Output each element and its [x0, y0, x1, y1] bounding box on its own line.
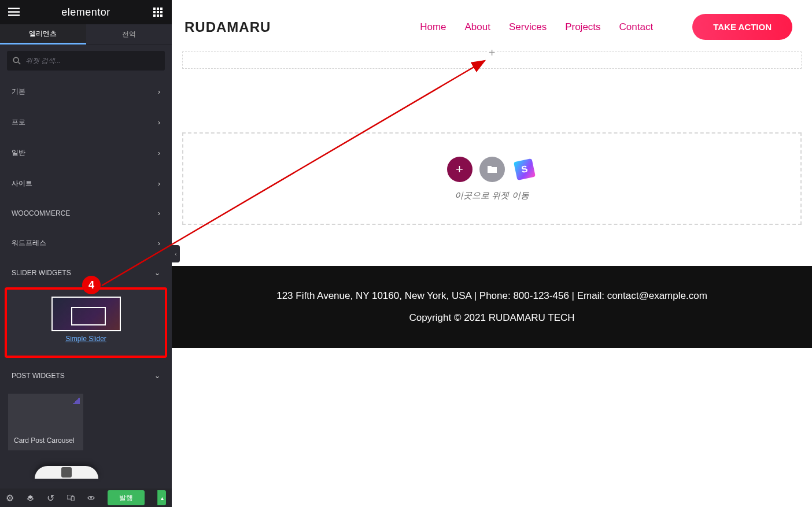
- search-input[interactable]: [21, 57, 159, 65]
- panel-handle-icon: [61, 467, 72, 478]
- chevron-right-icon: ›: [158, 239, 160, 247]
- publish-dropdown[interactable]: ▴: [157, 490, 166, 505]
- widget-drop-area[interactable]: + S 이곳으로 위젯 이동: [182, 132, 802, 225]
- chevron-right-icon: ›: [158, 209, 160, 217]
- block-s-icon: S: [514, 158, 536, 180]
- category-pro[interactable]: 프로›: [0, 107, 172, 138]
- chevron-right-icon: ›: [158, 119, 160, 127]
- floating-handle[interactable]: [35, 466, 98, 479]
- settings-gear-icon[interactable]: ⚙: [6, 493, 14, 502]
- sidebar-collapse-handle[interactable]: ‹: [172, 245, 180, 262]
- cta-button[interactable]: TAKE ACTION: [692, 14, 792, 40]
- chevron-right-icon: ›: [158, 180, 160, 188]
- category-site[interactable]: 사이트›: [0, 168, 172, 199]
- svg-rect-17: [71, 497, 74, 501]
- site-header: RUDAMARU Home About Services Projects Co…: [172, 0, 812, 46]
- svg-rect-10: [157, 14, 159, 17]
- svg-rect-0: [8, 8, 20, 10]
- history-icon[interactable]: ↺: [47, 493, 54, 502]
- plus-icon: +: [488, 46, 497, 60]
- sidebar-header: elementor: [0, 0, 172, 24]
- svg-rect-1: [8, 11, 20, 12]
- svg-point-18: [90, 497, 92, 499]
- brand-label: elementor: [61, 6, 110, 18]
- drop-area-label: 이곳으로 위젯 이동: [455, 190, 529, 201]
- category-post-widgets[interactable]: POST WIDGETS⌄: [0, 361, 172, 390]
- svg-line-13: [19, 62, 21, 65]
- sidebar-footer: ⚙ ↺ 발행 ▴: [0, 489, 172, 507]
- step-annotation-badge: 4: [82, 276, 101, 294]
- svg-rect-2: [8, 14, 20, 16]
- category-woocommerce[interactable]: WOOCOMMERCE›: [0, 199, 172, 228]
- chevron-down-icon: ⌄: [154, 269, 160, 277]
- drop-area-actions: + S: [447, 157, 537, 182]
- svg-rect-3: [153, 8, 156, 10]
- navigator-layers-icon[interactable]: [27, 493, 34, 502]
- publish-button[interactable]: 발행: [108, 490, 145, 505]
- nav-contact[interactable]: Contact: [619, 21, 654, 33]
- search-icon: [13, 57, 21, 65]
- widget-corner-icon: [73, 397, 80, 404]
- category-general[interactable]: 일반›: [0, 138, 172, 168]
- category-basic[interactable]: 기본›: [0, 76, 172, 107]
- widget-label: Card Post Carousel: [14, 436, 77, 445]
- chevron-right-icon: ›: [158, 149, 160, 157]
- site-logo[interactable]: RUDAMARU: [184, 19, 271, 35]
- category-wordpress[interactable]: 워드프레스›: [0, 228, 172, 258]
- primary-nav: Home About Services Projects Contact TAK…: [420, 14, 792, 40]
- footer-copyright: Copyright © 2021 RUDAMARU TECH: [409, 312, 574, 324]
- svg-rect-9: [153, 14, 156, 17]
- add-section-button[interactable]: +: [447, 157, 473, 182]
- svg-rect-5: [160, 8, 163, 10]
- nav-services[interactable]: Services: [509, 21, 547, 33]
- svg-rect-7: [157, 11, 159, 13]
- svg-rect-11: [160, 14, 163, 17]
- site-footer: 123 Fifth Avenue, NY 10160, New York, US…: [172, 266, 812, 348]
- preview-eye-icon[interactable]: [87, 493, 95, 502]
- apps-grid-icon[interactable]: [152, 8, 164, 17]
- widget-simple-slider[interactable]: Simple Slider: [5, 287, 167, 358]
- tab-elements[interactable]: 엘리멘츠: [0, 24, 86, 45]
- svg-rect-4: [157, 8, 159, 10]
- nav-projects[interactable]: Projects: [565, 21, 600, 33]
- add-block-button[interactable]: S: [512, 157, 537, 182]
- widget-card-post-carousel[interactable]: Card Post Carousel: [8, 394, 83, 450]
- add-template-button[interactable]: [479, 157, 505, 182]
- chevron-right-icon: ›: [158, 88, 160, 96]
- footer-contact-line: 123 Fifth Avenue, NY 10160, New York, US…: [276, 290, 707, 302]
- svg-point-12: [13, 57, 19, 62]
- chevron-down-icon: ⌄: [154, 372, 160, 380]
- nav-home[interactable]: Home: [420, 21, 446, 33]
- svg-rect-8: [160, 11, 163, 13]
- section-add-bar[interactable]: +: [182, 51, 802, 69]
- svg-rect-6: [153, 11, 156, 13]
- sidebar-tabs: 엘리멘츠 전역: [0, 24, 172, 45]
- responsive-mode-icon[interactable]: [67, 493, 75, 502]
- elementor-sidebar: elementor 엘리멘츠 전역 기본› 프로› 일반› 사이트› WOOCO…: [0, 0, 172, 507]
- editor-canvas: RUDAMARU Home About Services Projects Co…: [172, 0, 812, 507]
- widget-search[interactable]: [7, 51, 165, 71]
- menu-icon[interactable]: [8, 8, 20, 17]
- nav-about[interactable]: About: [465, 21, 490, 33]
- simple-slider-thumbnail: [51, 297, 121, 331]
- widget-label: Simple Slider: [13, 335, 159, 343]
- tab-global[interactable]: 전역: [86, 24, 172, 45]
